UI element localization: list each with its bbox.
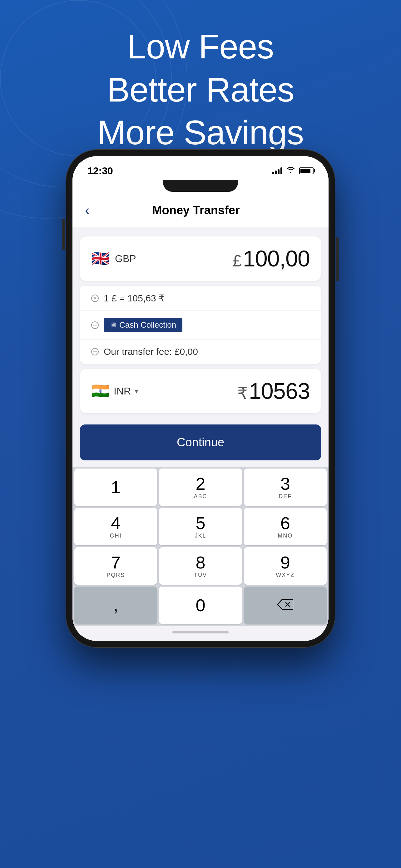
status-bar: 12:30 [72, 156, 329, 180]
phone-mockup: 12:30 [66, 150, 335, 647]
fee-row: − Our transfer fee: £0,00 [80, 340, 321, 364]
inr-value: 10563 [249, 378, 310, 404]
inr-amount-display: ₹10563 [237, 378, 310, 404]
wifi-icon [287, 167, 295, 175]
inr-label: INR [114, 385, 131, 397]
gbp-flag: 🇬🇧 [91, 251, 110, 266]
cash-collection-badge[interactable]: 🖥 Cash Collection [104, 318, 182, 332]
page-title: Money Transfer [90, 204, 302, 217]
key-4[interactable]: 4 GHI [74, 508, 157, 545]
cash-collection-row[interactable]: − 🖥 Cash Collection [80, 311, 321, 340]
gbp-amount-display: £100,00 [233, 246, 310, 272]
inr-flag: 🇮🇳 [91, 383, 110, 399]
home-indicator [72, 626, 329, 641]
exchange-rate-row: × 1 £ = 105,63 ₹ [80, 286, 321, 311]
home-bar [173, 631, 228, 633]
inr-amount-card[interactable]: 🇮🇳 INR ▾ ₹10563 [80, 369, 321, 413]
rate-dot: × [91, 294, 99, 302]
key-3[interactable]: 3 DEF [244, 468, 327, 506]
back-button[interactable]: ‹ [85, 203, 90, 218]
key-7[interactable]: 7 PQRS [74, 547, 157, 585]
fee-text: Our transfer fee: £0,00 [104, 346, 198, 357]
hero-line2: Better Rates [107, 70, 294, 109]
key-0[interactable]: 0 [159, 587, 242, 624]
gbp-label: GBP [115, 253, 136, 265]
fee-dot: − [91, 348, 99, 355]
notch [163, 180, 238, 192]
hero-section: Low Fees Better Rates More Savings [0, 25, 401, 154]
service-dot: − [91, 321, 99, 329]
key-8[interactable]: 8 TUV [159, 547, 242, 585]
hero-line1: Low Fees [127, 27, 274, 66]
key-5[interactable]: 5 JKL [159, 508, 242, 545]
inr-symbol: ₹ [237, 384, 248, 402]
hero-line3: More Savings [97, 113, 304, 152]
phone-screen: 12:30 [72, 156, 329, 641]
app-content: ‹ Money Transfer 🇬🇧 GBP £100,00 [72, 194, 329, 641]
key-9[interactable]: 9 WXYZ [244, 547, 327, 585]
key-2[interactable]: 2 ABC [159, 468, 242, 506]
delete-icon [277, 597, 293, 613]
gbp-currency: 🇬🇧 GBP [91, 251, 136, 266]
exchange-rate-text: 1 £ = 105,63 ₹ [104, 293, 164, 304]
phone-outer-frame: 12:30 [66, 150, 335, 647]
key-6[interactable]: 6 MNO [244, 508, 327, 545]
key-1[interactable]: 1 [74, 468, 157, 506]
status-icons [272, 167, 313, 175]
cash-collection-label: Cash Collection [119, 320, 176, 330]
key-comma[interactable]: , [74, 587, 157, 624]
inr-currency-selector[interactable]: 🇮🇳 INR ▾ [91, 383, 138, 399]
continue-button[interactable]: Continue [80, 425, 321, 460]
battery-icon [299, 167, 313, 174]
gbp-value: 100,00 [243, 246, 310, 271]
inr-dropdown-icon[interactable]: ▾ [134, 387, 138, 396]
notch-area [72, 180, 329, 194]
info-section: × 1 £ = 105,63 ₹ − 🖥 Cash Collection [80, 286, 321, 364]
key-delete[interactable] [244, 587, 327, 624]
signal-icon [272, 167, 282, 174]
status-time: 12:30 [88, 165, 113, 177]
gbp-symbol: £ [233, 252, 242, 270]
gbp-amount-card[interactable]: 🇬🇧 GBP £100,00 [80, 237, 321, 281]
numeric-keypad: 1 2 ABC 3 DEF 4 GHI [72, 467, 329, 626]
navigation-bar: ‹ Money Transfer [72, 194, 329, 227]
